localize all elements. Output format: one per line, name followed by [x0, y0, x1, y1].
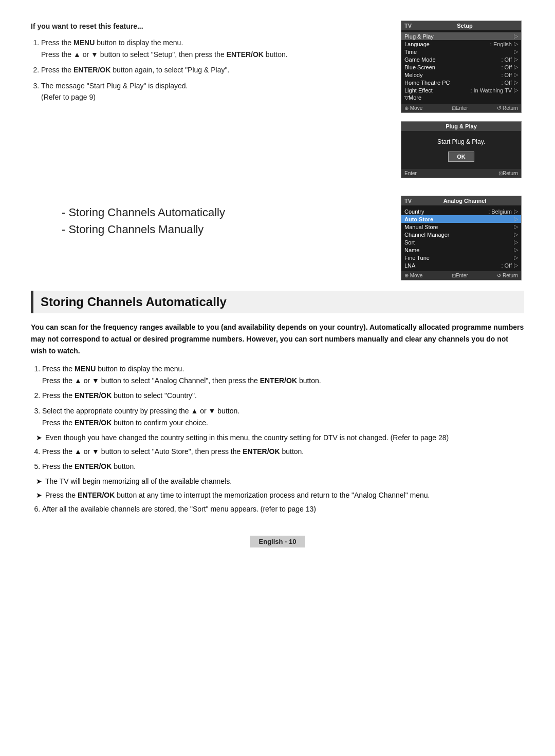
feature-heading: If you want to reset this feature... [31, 21, 385, 32]
setup-row-blue-screen: Blue Screen : Off ▷ [401, 63, 521, 71]
setup-row-time: Time ▷ [401, 48, 521, 55]
analog-channel-body: Country : Belgium ▷ Auto Store ▷ Manual … [401, 205, 521, 271]
note-step-5a: ➤ The TV will begin memorizing all of th… [36, 476, 524, 487]
main-heading-section: Storing Channels Automatically [31, 291, 524, 313]
plug-play-footer: Enter ⊡Return [401, 169, 521, 178]
main-step-3: Select the appropriate country by pressi… [42, 405, 524, 429]
main-step-1: Press the MENU button to display the men… [42, 363, 524, 387]
analog-row-lna: LNA : Off ▷ [401, 261, 521, 269]
setup-menu-footer: ⊕ Move ⊡Enter ↺ Return [401, 104, 521, 112]
analog-row-country: Country : Belgium ▷ [401, 207, 521, 215]
plug-play-dialog: Plug & Play Start Plug & Play. OK Enter … [401, 121, 522, 178]
setup-row-game-mode: Game Mode : Off ▷ [401, 55, 521, 63]
section-title-2: - Storing Channels Manually [62, 221, 385, 238]
analog-row-channel-manager: Channel Manager ▷ [401, 231, 521, 238]
setup-menu-header: TV Setup [401, 21, 521, 30]
analog-row-auto-store: Auto Store ▷ [401, 215, 521, 223]
setup-row-light-effect: Light Effect : In Watching TV ▷ [401, 86, 521, 94]
reset-step-3: The message "Start Plug & Play" is displ… [41, 80, 385, 103]
setup-row-home-theatre: Home Theatre PC : Off ▷ [401, 79, 521, 86]
note-step-3: ➤ Even though you have changed the count… [36, 432, 524, 444]
setup-title-label: Setup [457, 23, 473, 29]
page-footer: English - 10 [31, 536, 524, 558]
analog-row-sort: Sort ▷ [401, 238, 521, 246]
main-heading: Storing Channels Automatically [41, 295, 517, 309]
middle-section: - Storing Channels Automatically - Stori… [31, 194, 524, 280]
analog-channel-menu-container: TV Analog Channel Country : Belgium ▷ Au… [401, 194, 524, 280]
analog-row-fine-tune: Fine Tune ▷ [401, 254, 521, 261]
plug-play-header: Plug & Play [401, 122, 521, 131]
reset-step-1: Press the MENU button to display the men… [41, 37, 385, 60]
section-titles: - Storing Channels Automatically - Stori… [62, 204, 385, 275]
setup-menu-box: TV Setup Plug & Play ▷ Language : Englis… [401, 21, 522, 113]
main-step-5: Press the ENTER/OK button. [42, 461, 524, 472]
section-title-1: - Storing Channels Automatically [62, 204, 385, 221]
analog-channel-footer: ⊕ Move ⊡Enter ↺ Return [401, 271, 521, 280]
analog-row-name: Name ▷ [401, 246, 521, 254]
top-right-menus: TV Setup Plug & Play ▷ Language : Englis… [401, 21, 524, 178]
reset-steps-list: Press the MENU button to display the men… [41, 37, 385, 103]
plug-play-message: Start Plug & Play. [406, 138, 516, 145]
main-steps-list: Press the MENU button to display the men… [42, 363, 524, 428]
setup-row-melody: Melody : Off ▷ [401, 71, 521, 79]
reset-step-2: Press the ENTER/OK button again, to sele… [41, 64, 385, 75]
content-section: You can scan for the frequency ranges av… [31, 322, 524, 515]
setup-row-language: Language : English ▷ [401, 40, 521, 48]
setup-row-plug-play: Plug & Play ▷ [401, 32, 521, 40]
main-steps-list-cont: Press the ▲ or ▼ button to select "Auto … [42, 446, 524, 472]
analog-channel-menu-box: TV Analog Channel Country : Belgium ▷ Au… [401, 196, 522, 280]
page-number-badge: English - 10 [250, 536, 306, 547]
main-steps-list-end: After all the available channels are sto… [42, 503, 524, 515]
setup-tv-label: TV [404, 23, 412, 29]
setup-menu-body: Plug & Play ▷ Language : English ▷ Time … [401, 30, 521, 104]
main-step-2: Press the ENTER/OK button to select "Cou… [42, 390, 524, 402]
analog-row-manual-store: Manual Store ▷ [401, 223, 521, 231]
main-step-4: Press the ▲ or ▼ button to select "Auto … [42, 446, 524, 458]
setup-row-more: ▽More [401, 94, 521, 102]
main-step-6: After all the available channels are sto… [42, 503, 524, 515]
top-section: If you want to reset this feature... Pre… [31, 21, 524, 178]
analog-channel-header: TV Analog Channel [401, 196, 521, 205]
intro-text: You can scan for the frequency ranges av… [31, 322, 524, 357]
note-step-5b: ➤ Press the ENTER/OK button at any time … [36, 489, 524, 501]
top-left-instructions: If you want to reset this feature... Pre… [31, 21, 385, 178]
plug-play-body: Start Plug & Play. OK [401, 131, 521, 169]
plug-play-ok-button[interactable]: OK [448, 152, 474, 162]
